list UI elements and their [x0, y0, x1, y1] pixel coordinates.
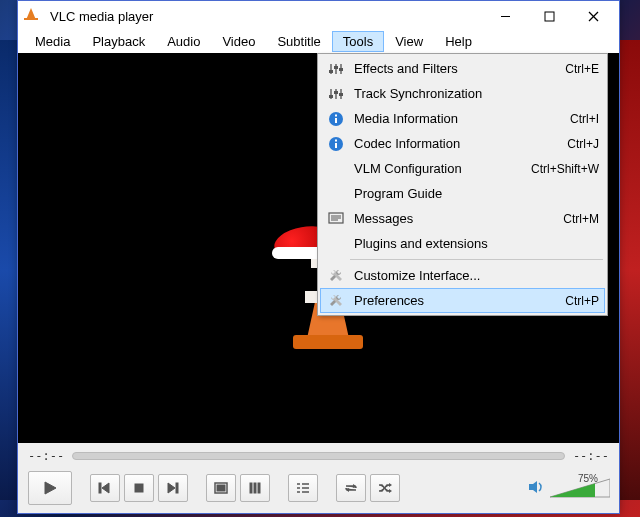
- desktop-bg-left: [0, 40, 18, 500]
- svg-rect-5: [99, 483, 101, 493]
- svg-marker-8: [168, 483, 175, 493]
- menu-item-preferences[interactable]: PreferencesCtrl+P: [320, 288, 605, 313]
- app-icon: [26, 8, 42, 24]
- playlist-button[interactable]: [288, 474, 318, 502]
- svg-rect-31: [329, 70, 333, 73]
- menu-item-label: Media Information: [348, 111, 570, 126]
- menu-item-shortcut: Ctrl+P: [565, 294, 599, 308]
- menu-item-vlm-configuration[interactable]: VLM ConfigurationCtrl+Shift+W: [320, 156, 605, 181]
- menu-item-label: Plugins and extensions: [348, 236, 599, 251]
- menu-item-label: Codec Information: [348, 136, 567, 151]
- seek-slider[interactable]: [72, 452, 565, 460]
- equalizer-icon: [324, 61, 348, 77]
- menu-video[interactable]: Video: [211, 31, 266, 52]
- menu-separator: [350, 259, 603, 260]
- menu-item-media-information[interactable]: Media InformationCtrl+I: [320, 106, 605, 131]
- menu-item-shortcut: Ctrl+M: [563, 212, 599, 226]
- menu-playback[interactable]: Playback: [81, 31, 156, 52]
- menu-item-label: Preferences: [348, 293, 565, 308]
- svg-rect-41: [335, 118, 337, 123]
- titlebar[interactable]: VLC media player: [18, 1, 619, 31]
- svg-rect-12: [250, 483, 252, 493]
- menu-media[interactable]: Media: [24, 31, 81, 52]
- menu-item-plugins-and-extensions[interactable]: Plugins and extensions: [320, 231, 605, 256]
- stop-button[interactable]: [124, 474, 154, 502]
- loop-button[interactable]: [336, 474, 366, 502]
- svg-marker-24: [389, 489, 392, 493]
- svg-marker-25: [529, 481, 537, 493]
- speaker-icon[interactable]: [527, 479, 545, 498]
- time-elapsed: --:--: [28, 449, 64, 463]
- menu-item-label: Messages: [348, 211, 563, 226]
- menu-item-label: Program Guide: [348, 186, 599, 201]
- menu-item-track-synchronization[interactable]: Track Synchronization: [320, 81, 605, 106]
- svg-rect-9: [176, 483, 178, 493]
- menu-item-effects-and-filters[interactable]: Effects and FiltersCtrl+E: [320, 56, 605, 81]
- svg-rect-32: [334, 66, 338, 69]
- svg-rect-1: [545, 12, 554, 21]
- wrench-icon: [324, 268, 348, 284]
- info-icon: [324, 136, 348, 152]
- desktop-bg-right: [620, 40, 640, 500]
- svg-rect-44: [335, 143, 337, 148]
- play-button[interactable]: [28, 471, 72, 505]
- info-icon: [324, 111, 348, 127]
- messages-icon: [324, 211, 348, 227]
- prev-button[interactable]: [90, 474, 120, 502]
- svg-rect-14: [258, 483, 260, 493]
- equalizer-icon: [324, 86, 348, 102]
- maximize-button[interactable]: [527, 2, 571, 30]
- svg-rect-7: [135, 484, 143, 492]
- svg-rect-33: [339, 68, 343, 71]
- menu-tools[interactable]: Tools: [332, 31, 384, 52]
- svg-rect-13: [254, 483, 256, 493]
- bottom-bar: --:-- --:-- 75%: [18, 443, 619, 513]
- menu-view[interactable]: View: [384, 31, 434, 52]
- svg-marker-4: [45, 482, 56, 494]
- menu-item-program-guide[interactable]: Program Guide: [320, 181, 605, 206]
- svg-rect-11: [217, 485, 225, 491]
- menu-audio[interactable]: Audio: [156, 31, 211, 52]
- menu-item-customize-interface[interactable]: Customize Interface...: [320, 263, 605, 288]
- next-button[interactable]: [158, 474, 188, 502]
- menu-item-messages[interactable]: MessagesCtrl+M: [320, 206, 605, 231]
- time-total: --:--: [573, 449, 609, 463]
- menu-item-label: Customize Interface...: [348, 268, 599, 283]
- extended-settings-button[interactable]: [240, 474, 270, 502]
- menu-item-label: Effects and Filters: [348, 61, 565, 76]
- menu-subtitle[interactable]: Subtitle: [266, 31, 331, 52]
- tools-menu-dropdown: Effects and FiltersCtrl+ETrack Synchroni…: [317, 53, 608, 316]
- menu-item-shortcut: Ctrl+I: [570, 112, 599, 126]
- svg-rect-37: [329, 95, 333, 98]
- menu-item-codec-information[interactable]: Codec InformationCtrl+J: [320, 131, 605, 156]
- menu-help[interactable]: Help: [434, 31, 483, 52]
- close-button[interactable]: [571, 2, 615, 30]
- menu-item-shortcut: Ctrl+J: [567, 137, 599, 151]
- shuffle-button[interactable]: [370, 474, 400, 502]
- volume-slider[interactable]: 75%: [549, 476, 609, 500]
- wrench-icon: [324, 293, 348, 309]
- menu-item-shortcut: Ctrl+Shift+W: [531, 162, 599, 176]
- svg-rect-42: [335, 114, 337, 116]
- menubar: MediaPlaybackAudioVideoSubtitleToolsView…: [18, 31, 619, 53]
- minimize-button[interactable]: [483, 2, 527, 30]
- svg-rect-39: [339, 93, 343, 96]
- svg-marker-6: [102, 483, 109, 493]
- svg-rect-45: [335, 139, 337, 141]
- fullscreen-button[interactable]: [206, 474, 236, 502]
- window-title: VLC media player: [50, 9, 153, 24]
- svg-marker-23: [389, 483, 392, 487]
- menu-item-label: Track Synchronization: [348, 86, 599, 101]
- svg-rect-38: [334, 91, 338, 94]
- menu-item-shortcut: Ctrl+E: [565, 62, 599, 76]
- menu-item-label: VLM Configuration: [348, 161, 531, 176]
